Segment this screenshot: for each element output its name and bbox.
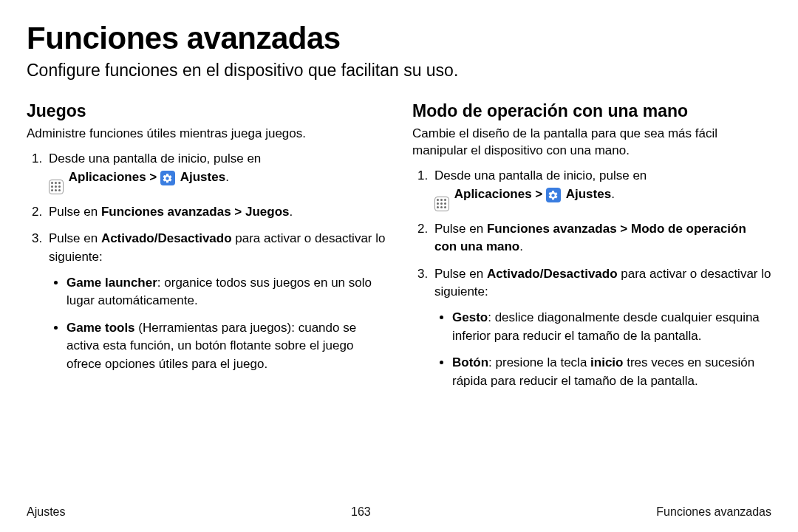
step-text: . [290,205,293,219]
bullet-text: : presione la tecla [488,355,590,369]
column-right: Modo de operación con una mano Cambie el… [412,101,771,400]
content-columns: Juegos Administre funciones útiles mient… [27,101,771,400]
section-intro-onehand: Cambie el diseño de la pantalla para que… [412,126,771,160]
step-text: Pulse en [434,267,487,281]
step-text: . [519,239,523,253]
bullet-term: Gesto [452,310,488,324]
sub-bullets-onehand: Gesto: deslice diagonalmente desde cualq… [434,309,771,391]
step-text: Desde una pantalla de inicio, pulse en [49,151,261,166]
steps-list-games: Desde una pantalla de inicio, pulse en A… [27,150,386,374]
arrow: > [146,170,160,184]
list-item: Desde una pantalla de inicio, pulse en A… [46,150,386,194]
section-heading-games: Juegos [27,101,386,121]
page-subtitle: Configure funciones en el dispositivo qu… [27,61,771,81]
settings-label: Ajustes [566,187,611,201]
bullet-term: Game tools [66,321,135,335]
steps-list-onehand: Desde una pantalla de inicio, pulse en A… [412,167,771,391]
bullet-term: Game launcher [66,276,157,290]
apps-label: Aplicaciones [69,170,146,184]
step-text: Pulse en [49,231,101,245]
apps-icon [49,180,64,194]
list-item: Gesto: deslice diagonalmente desde cualq… [452,309,771,345]
list-item: Pulse en Activado/Desactivado para activ… [46,230,386,373]
arrow: > [532,187,546,201]
list-item: Botón: presione la tecla inicio tres vec… [452,354,771,390]
section-intro-games: Administre funciones útiles mientras jue… [27,126,386,143]
section-heading-onehand: Modo de operación con una mano [412,101,771,121]
step-text-bold: Activado/Desactivado [101,231,232,245]
step-text: Pulse en [434,222,487,236]
list-item: Pulse en Funciones avanzadas > Modo de o… [432,220,771,256]
step-text: Pulse en [49,205,101,219]
page-footer: Ajustes 163 Funciones avanzadas [27,505,771,519]
sub-bullets-games: Game launcher: organice todos sus juegos… [49,274,386,374]
step-text-bold: Funciones avanzadas > Juegos [101,205,290,219]
list-item: Pulse en Funciones avanzadas > Juegos. [46,203,386,222]
footer-left: Ajustes [27,505,65,519]
column-left: Juegos Administre funciones útiles mient… [27,101,386,400]
page-title: Funciones avanzadas [27,21,771,56]
settings-icon [160,171,175,185]
list-item: Game launcher: organice todos sus juegos… [66,274,386,310]
step-text-bold: Activado/Desactivado [487,267,618,281]
settings-label: Ajustes [180,170,225,184]
apps-icon [434,197,449,211]
bullet-text: : deslice diagonalmente desde cualquier … [452,310,760,343]
period: . [225,170,229,184]
footer-page-number: 163 [351,505,371,519]
list-item: Game tools (Herramientas para juegos): c… [66,319,386,374]
list-item: Desde una pantalla de inicio, pulse en A… [432,167,771,211]
manual-page: Funciones avanzadas Configure funciones … [0,0,798,532]
settings-icon [546,188,561,202]
bullet-term: Botón [452,355,488,369]
step-text: Desde una pantalla de inicio, pulse en [434,168,647,183]
bullet-term-inline: inicio [590,355,623,369]
list-item: Pulse en Activado/Desactivado para activ… [432,265,771,391]
footer-right: Funciones avanzadas [656,505,771,519]
period: . [611,187,615,201]
apps-label: Aplicaciones [454,187,532,201]
